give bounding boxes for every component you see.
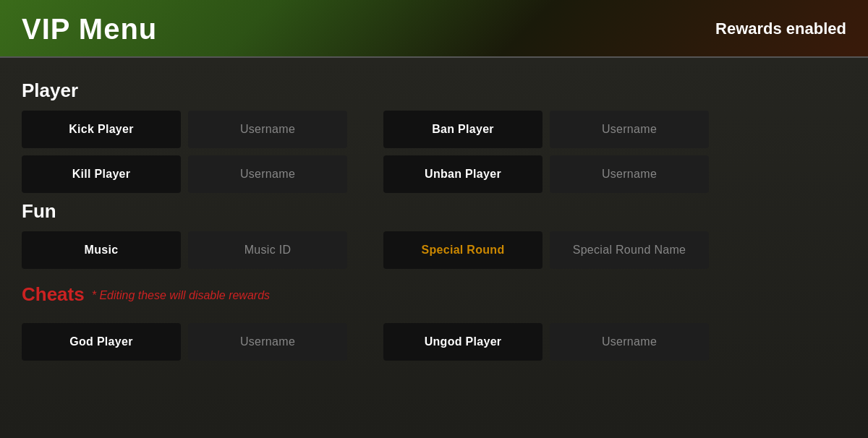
player-row-2: Kill Player Username Unban Player Userna… xyxy=(22,155,846,193)
kill-player-button[interactable]: Kill Player xyxy=(22,155,181,193)
header-status: Rewards enabled xyxy=(715,20,846,38)
cheats-section: Cheats * Editing these will disable rewa… xyxy=(22,276,846,361)
fun-section-label: Fun xyxy=(22,200,846,223)
header: VIP Menu Rewards enabled xyxy=(0,0,868,58)
cheats-header-row: Cheats * Editing these will disable rewa… xyxy=(22,276,846,314)
ban-username-input[interactable]: Username xyxy=(550,111,709,148)
player-row-1: Kick Player Username Ban Player Username xyxy=(22,111,846,148)
player-section: Player Kick Player Username Ban Player U… xyxy=(22,80,846,193)
special-round-button[interactable]: Special Round xyxy=(383,231,542,269)
kick-player-button[interactable]: Kick Player xyxy=(22,111,181,148)
music-id-input[interactable]: Music ID xyxy=(188,231,347,269)
ban-player-button[interactable]: Ban Player xyxy=(383,111,542,148)
cheats-row-1: God Player Username Ungod Player Usernam… xyxy=(22,323,846,361)
music-button[interactable]: Music xyxy=(22,231,181,269)
cheats-section-label: Cheats xyxy=(22,283,85,306)
god-player-button[interactable]: God Player xyxy=(22,323,181,361)
player-section-label: Player xyxy=(22,80,846,102)
header-title: VIP Menu xyxy=(22,13,157,46)
content-area: Player Kick Player Username Ban Player U… xyxy=(0,58,868,438)
fun-section: Fun Music Music ID Special Round Special… xyxy=(22,200,846,269)
ungod-player-button[interactable]: Ungod Player xyxy=(383,323,542,361)
unban-player-button[interactable]: Unban Player xyxy=(383,155,542,193)
cheats-warning-text: * Editing these will disable rewards xyxy=(92,289,270,302)
ungod-username-input[interactable]: Username xyxy=(550,323,709,361)
god-username-input[interactable]: Username xyxy=(188,323,347,361)
unban-username-input[interactable]: Username xyxy=(550,155,709,193)
kill-username-input[interactable]: Username xyxy=(188,155,347,193)
kick-username-input[interactable]: Username xyxy=(188,111,347,148)
app-container: VIP Menu Rewards enabled Player Kick Pla… xyxy=(0,0,868,438)
fun-row-1: Music Music ID Special Round Special Rou… xyxy=(22,231,846,269)
special-round-name-input[interactable]: Special Round Name xyxy=(550,231,709,269)
